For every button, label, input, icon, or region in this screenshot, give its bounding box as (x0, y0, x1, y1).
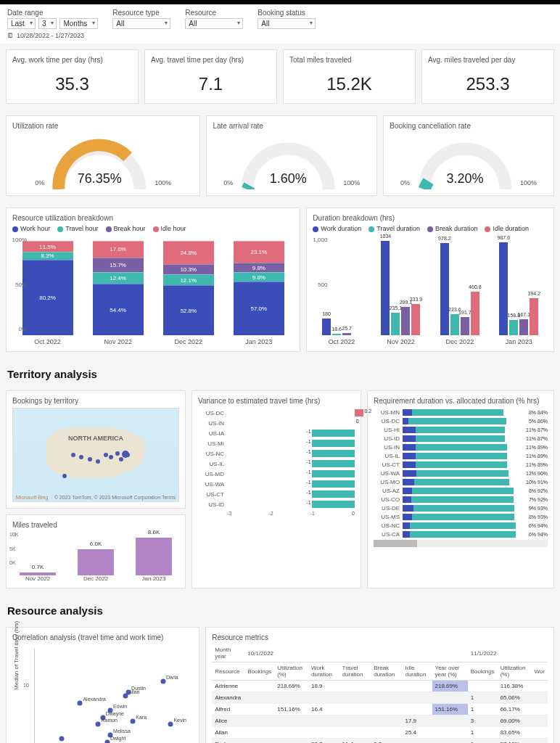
chart-title: Requirement duration vs. allocated durat… (374, 397, 548, 405)
gauge-cancellation[interactable]: Booking cancellation rate 0% 3.20% 100% (383, 115, 554, 196)
date-range-label: Date range (7, 9, 98, 17)
kpi-total-miles[interactable]: Total miles traveled 15.2K (283, 49, 416, 104)
table-row[interactable]: Alfred151.16%16.4151.16%166.17% (212, 704, 548, 715)
col-group2: 11/1/2022 (468, 644, 548, 662)
territory-heading: Territory analysis (7, 368, 560, 380)
table-row[interactable]: Alice17.9369.00% (212, 715, 548, 727)
date-span-line: 🗓10/28/2022 - 1/27/2023 (0, 30, 560, 44)
resource-type-label: Resource type (112, 9, 170, 17)
table-resource-metrics[interactable]: Resource metrics Month year 10/1/2022 11… (205, 627, 554, 743)
kpi-value: 253.3 (428, 67, 548, 97)
chart-title: Resource utilization breakdown (12, 214, 294, 222)
gauge-max: 100% (520, 179, 537, 189)
date-range-unit[interactable]: Months (59, 18, 98, 29)
chart-title: Resource metrics (212, 633, 548, 641)
gauge-min: 0% (223, 179, 233, 189)
kpi-value: 7.1 (151, 67, 271, 97)
scrollbar[interactable] (374, 540, 548, 547)
gauge-label: Utilization rate (12, 122, 194, 130)
kpi-travel-time[interactable]: Avg. travel time per day (hrs) 7.1 (144, 49, 277, 104)
gauge-min: 0% (400, 179, 410, 189)
resource-heading: Resource analysis (7, 604, 560, 617)
date-span-text: 10/28/2022 - 1/27/2023 (17, 32, 84, 39)
gauge-max: 100% (155, 179, 171, 189)
chart-title: Miles traveled (12, 521, 179, 529)
resource-type-select[interactable]: All (112, 18, 170, 29)
table-row[interactable]: Darla20.711.49.3157.19% (212, 739, 548, 744)
kpi-label: Avg. miles traveled per day (428, 56, 548, 64)
table-row[interactable]: Alexandra165.06% (212, 692, 548, 704)
map-attribution: © 2023 TomTom, © 2023 Microsoft Corporat… (54, 495, 176, 500)
gauge-value: 1.60% (237, 171, 339, 186)
chart-req-vs-alloc[interactable]: Requirement duration vs. allocated durat… (367, 390, 554, 588)
kpi-value: 15.2K (289, 67, 409, 97)
map-canvas[interactable]: NORTH AMERICA Microsoft Bing © 2023 TomT… (12, 408, 179, 502)
gauge-max: 100% (343, 179, 360, 189)
filter-bar: Date range Last 3 Months Resource type A… (0, 4, 560, 30)
kpi-label: Total miles traveled (289, 56, 409, 64)
date-range-num[interactable]: 3 (38, 18, 57, 29)
chart-resource-utilization[interactable]: Resource utilization breakdown Work hour… (6, 208, 300, 352)
gauge-label: Late arrival rate (213, 122, 371, 130)
map-brand: Microsoft Bing (16, 495, 48, 500)
table-row[interactable]: Adrienne218.69%18.9218.69%116.38% (212, 681, 548, 692)
legend: Work duration Travel duration Break dura… (313, 225, 548, 232)
booking-status-label: Booking status (258, 9, 316, 17)
gauge-utilization[interactable]: Utilization rate 0% 76.35% 100% (6, 115, 200, 196)
chart-title: Bookings by territory (12, 397, 179, 405)
kpi-value: 35.3 (12, 67, 132, 97)
map-bookings[interactable]: Bookings by territory NORTH AMERICA Micr… (6, 390, 186, 509)
kpi-avg-miles[interactable]: Avg. miles traveled per day 253.3 (421, 49, 554, 104)
kpi-work-time[interactable]: Avg. work time per day (hrs) 35.3 (6, 49, 139, 104)
gauge-value: 3.20% (414, 171, 516, 186)
chart-title: Correlation analysis (travel time and wo… (12, 633, 193, 641)
chart-correlation[interactable]: Correlation analysis (travel time and wo… (6, 627, 199, 743)
booking-status-select[interactable]: All (258, 18, 316, 29)
resource-select[interactable]: All (185, 18, 243, 29)
kpi-label: Avg. travel time per day (hrs) (151, 56, 271, 64)
legend: Work hour Travel hour Break hour Idle ho… (12, 225, 294, 232)
kpi-label: Avg. work time per day (hrs) (12, 56, 132, 64)
col-month-year: Month year (212, 644, 244, 662)
calendar-icon: 🗓 (7, 32, 14, 39)
chart-duration-breakdown[interactable]: Duration breakdown (hrs) Work duration T… (306, 208, 554, 352)
gauge-label: Booking cancellation rate (390, 122, 548, 130)
chart-title: Duration breakdown (hrs) (313, 214, 548, 222)
date-range-last[interactable]: Last (7, 18, 36, 29)
chart-variance-travel[interactable]: Variance to estimated travel time (hrs) … (192, 390, 361, 588)
gauge-min: 0% (35, 179, 44, 189)
y-axis-label: Median of Travel time (hrs) (13, 620, 20, 689)
chart-title: Variance to estimated travel time (hrs) (198, 397, 355, 405)
resource-label: Resource (185, 9, 243, 17)
table-row[interactable]: Allan25.4183.65% (212, 727, 548, 739)
col-group1: 10/1/2022 (244, 644, 467, 662)
gauge-value: 76.35% (49, 171, 150, 186)
gauge-late-arrival[interactable]: Late arrival rate 0% 1.60% 100% (206, 115, 377, 196)
chart-miles-traveled[interactable]: Miles traveled 10K5K0K 0.7K6.0K8.6K Nov … (6, 514, 186, 588)
map-region-label: NORTH AMERICA (68, 435, 123, 442)
